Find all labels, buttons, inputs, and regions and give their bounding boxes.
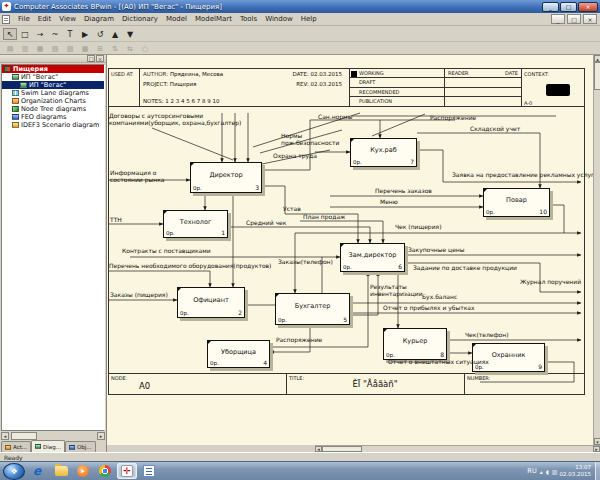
explorer-tab-act[interactable]: Act...: [1, 441, 31, 452]
arrow-label: Задание по доставке продукции: [413, 265, 517, 272]
taskbar-clock[interactable]: 13:07 02.03.2015: [560, 464, 592, 477]
explorer-tab-obj[interactable]: Obj...: [65, 441, 96, 452]
scroll-left-icon[interactable]: ◂: [1, 432, 9, 440]
arrow-label: Закупочные цены: [408, 247, 465, 254]
activity-box-8[interactable]: Курьер0р.8: [383, 328, 447, 360]
folder-taskbar-button[interactable]: [51, 463, 71, 479]
doc-taskbar-button[interactable]: [139, 463, 159, 479]
menu-tools[interactable]: Tools: [236, 14, 261, 24]
title-bar[interactable]: ✦ Computer Associates BPwin - [(A0) ИП "…: [0, 0, 600, 13]
panel-restore-icon[interactable]: □: [87, 55, 95, 62]
arrow-label: Охрана труда: [273, 153, 317, 160]
edit-tool-7-icon[interactable]: ⊞: [93, 43, 107, 54]
draw-tool-1-icon[interactable]: ↖: [3, 28, 17, 40]
scroll-thumb[interactable]: [11, 432, 37, 440]
draw-tool-7-icon[interactable]: ↺: [93, 28, 107, 40]
node-label: NODE:: [111, 375, 127, 381]
menu-modelmart[interactable]: ModelMart: [191, 14, 236, 24]
kit-status-row: PUBLICATION: [349, 97, 521, 106]
activity-box-7[interactable]: Кух.раб0р.7: [350, 138, 417, 167]
horizontal-scrollbar[interactable]: ◂ ▸: [315, 445, 600, 452]
edit-tool-9-icon[interactable]: ⇆: [123, 43, 137, 54]
activity-name: Официант: [178, 297, 244, 304]
show-desktop-button[interactable]: [595, 462, 600, 480]
close-button[interactable]: ×: [578, 2, 598, 12]
edit-tool-4-icon[interactable]: ▧: [48, 43, 62, 54]
tree-item[interactable]: IDEF3 Scenario diagram: [2, 121, 104, 129]
tree-item[interactable]: ИП "Вегас": [2, 73, 104, 81]
language-indicator[interactable]: RU: [527, 467, 536, 475]
explorer-tab-label: Obj...: [77, 444, 92, 450]
activity-number: 5: [343, 316, 347, 323]
draw-tool-8-icon[interactable]: ▲: [108, 28, 122, 40]
menu-dictionary[interactable]: Dictionary: [118, 14, 162, 24]
reader-cell: READERDATE: [444, 69, 521, 77]
menu-window[interactable]: Window: [261, 14, 297, 24]
window-title: Computer Associates BPwin - [(A0) ИП "Ве…: [14, 3, 542, 11]
draw-tool-4-icon[interactable]: ~: [48, 28, 62, 40]
edit-tool-5-icon[interactable]: ▨: [63, 43, 77, 54]
mdi-minimize-button[interactable]: _: [551, 14, 565, 24]
network-icon[interactable]: ▥: [552, 468, 558, 475]
tree-item[interactable]: ИП "Вегас": [2, 81, 104, 89]
activity-box-2[interactable]: Официант0р.2: [177, 287, 245, 318]
menu-edit[interactable]: Edit: [34, 14, 56, 24]
mdi-close-button[interactable]: ×: [583, 14, 597, 24]
draw-tool-3-icon[interactable]: →: [33, 28, 47, 40]
activity-box-1[interactable]: Технолог0р.1: [163, 210, 228, 238]
orgchart-icon: [5, 445, 11, 450]
kit-frame: [108, 107, 585, 373]
menu-model[interactable]: Model: [162, 14, 191, 24]
tree-item[interactable]: Swim Lane diagrams: [2, 89, 104, 97]
draw-tool-5-icon[interactable]: T: [63, 28, 77, 40]
activity-box-3[interactable]: Директор0р.3: [190, 162, 262, 193]
media-taskbar-button[interactable]: ▸: [73, 463, 93, 479]
menu-help[interactable]: Help: [297, 14, 321, 24]
volume-icon[interactable]: ◖: [546, 468, 549, 475]
tree-item[interactable]: Node Tree diagrams: [2, 105, 104, 113]
menu-view[interactable]: View: [55, 14, 80, 24]
kit-status-label: PUBLICATION: [349, 98, 392, 104]
activity-box-4[interactable]: Уборщица0р.4: [207, 340, 270, 368]
activity-box-6[interactable]: Зам.директор0р.6: [340, 243, 405, 272]
edit-tool-3-icon[interactable]: ▦: [33, 43, 47, 54]
activity-cost: 0р.: [180, 310, 189, 316]
draw-tool-9-icon[interactable]: ▼: [123, 28, 137, 40]
bpwin-taskbar-button[interactable]: ✛: [117, 463, 137, 479]
edit-tool-8-icon[interactable]: ⇅: [108, 43, 122, 54]
edit-tool-6-icon[interactable]: ▩: [78, 43, 92, 54]
menu-diagram[interactable]: Diagram: [80, 14, 118, 24]
tree-item[interactable]: Пищерия: [2, 65, 104, 73]
chrome-icon: [99, 465, 111, 477]
edit-tool-10-icon[interactable]: ○: [138, 43, 152, 54]
start-button[interactable]: ❖: [3, 463, 25, 480]
explorer-tab-diag[interactable]: Diag...: [31, 440, 65, 452]
tree-item[interactable]: Organization Charts: [2, 97, 104, 105]
edit-tool-1-icon[interactable]: ▤: [3, 43, 17, 54]
panel-close-icon[interactable]: ×: [96, 55, 104, 62]
model-icon: [4, 66, 11, 72]
activity-box-10[interactable]: Повар0р.10: [483, 188, 550, 217]
document-icon[interactable]: [2, 15, 10, 24]
activity-box-5[interactable]: Бухгалтер0р.5: [275, 293, 350, 325]
system-tray: RU ▴ ◖ ▥: [527, 467, 557, 475]
maximize-button[interactable]: □: [560, 2, 577, 12]
activity-number: 8: [440, 351, 444, 358]
tray-expand-icon[interactable]: ▴: [540, 468, 543, 475]
minimize-button[interactable]: _: [542, 2, 559, 12]
ie-taskbar-button[interactable]: e: [29, 463, 49, 479]
explorer-scrollbar[interactable]: ◂ ▸: [1, 432, 105, 440]
scroll-down-icon[interactable]: ▾: [594, 438, 600, 445]
rev-value: 02.03.2015: [311, 81, 343, 87]
menu-file[interactable]: File: [14, 14, 34, 24]
vertical-scrollbar[interactable]: ▴ ▾: [593, 55, 600, 445]
scroll-right-icon[interactable]: ▸: [97, 432, 105, 440]
scroll-up-icon[interactable]: ▴: [594, 55, 600, 62]
chrome-taskbar-button[interactable]: [95, 463, 115, 479]
draw-tool-6-icon[interactable]: ▶: [78, 28, 92, 40]
mdi-restore-button[interactable]: □: [567, 14, 581, 24]
draw-tool-2-icon[interactable]: □: [18, 28, 32, 40]
edit-tool-2-icon[interactable]: ▥: [18, 43, 32, 54]
tree-item[interactable]: FEO diagrams: [2, 113, 104, 121]
vscroll-thumb[interactable]: [594, 62, 600, 90]
